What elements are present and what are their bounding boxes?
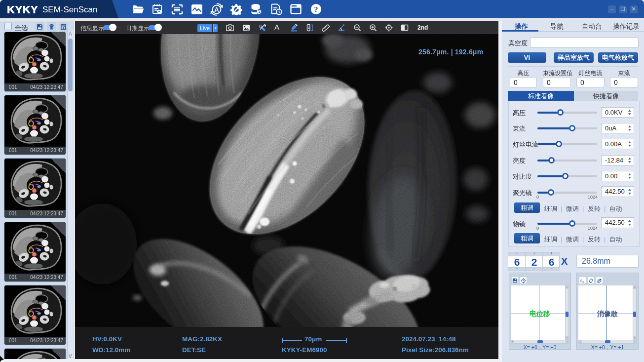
- svg-text:A: A: [214, 6, 219, 13]
- svg-text:?: ?: [314, 5, 318, 14]
- svg-text:A: A: [582, 281, 584, 283]
